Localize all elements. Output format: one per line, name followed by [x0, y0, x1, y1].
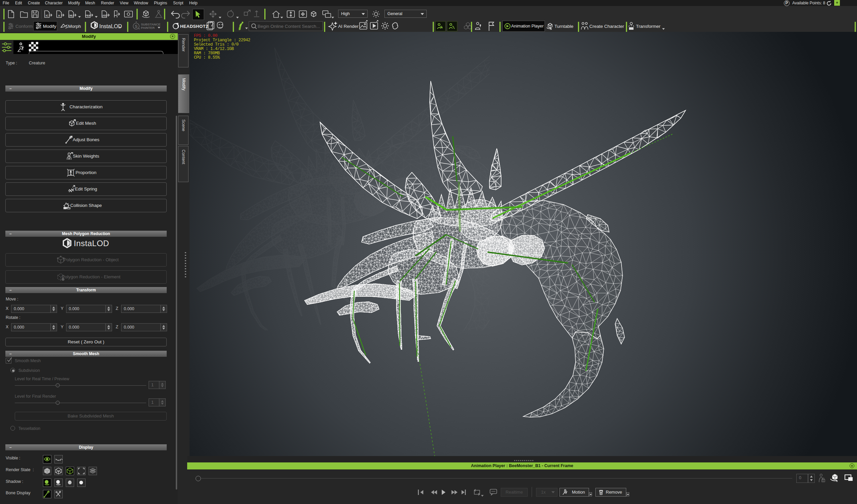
- svg-text:Create Character: Create Character: [589, 24, 624, 29]
- svg-text:HEADSHOT2: HEADSHOT2: [180, 24, 208, 29]
- svg-text:Morph: Morph: [68, 24, 81, 29]
- svg-text:IC: IC: [46, 14, 48, 17]
- svg-text:Animation Player: Animation Player: [511, 23, 544, 29]
- svg-text:AI Render: AI Render: [338, 24, 358, 29]
- svg-text:Modify: Modify: [43, 24, 56, 29]
- svg-text:InstaLOD: InstaLOD: [99, 23, 122, 29]
- svg-text:S: S: [135, 24, 137, 29]
- svg-text:PAINTER: PAINTER: [141, 26, 155, 30]
- svg-text:Begin Online Content Search...: Begin Online Content Search...: [257, 24, 320, 29]
- svg-text:USD: USD: [102, 14, 107, 17]
- svg-text:OBJ: OBJ: [68, 14, 73, 17]
- svg-text:Transformer: Transformer: [636, 24, 661, 29]
- svg-text:FBX: FBX: [86, 14, 90, 17]
- svg-text:A: A: [58, 14, 60, 17]
- svg-text:Turntable: Turntable: [554, 24, 574, 29]
- svg-text:Conform: Conform: [15, 24, 33, 29]
